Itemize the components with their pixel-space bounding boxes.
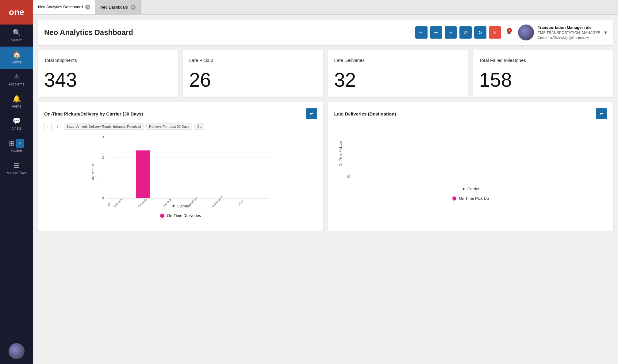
copy-button[interactable]: ⧉ — [459, 26, 472, 39]
chart-row: On-Time Pickup/Delivery by Carrier (30 D… — [38, 102, 613, 231]
page-title: Neo Analytics Dashboard — [44, 28, 133, 37]
chat-icon: 💬 — [13, 117, 21, 125]
kpi-card-late-deliveries: Late Deliveries 32 — [328, 50, 468, 97]
user-role: TMS.TRANSPORTATION_MANAGER — [538, 30, 601, 36]
retrieve-tag: Retrieve For: Last 30 Days — [146, 123, 192, 130]
chart-late-title: Late Deliveries (Destination) — [334, 111, 396, 116]
kpi-label-total-shipments: Total Shipments — [44, 58, 172, 63]
sidebar-label-home: Home — [12, 60, 21, 64]
tab-neo-dashboard[interactable]: Neo Dashboard ✕ — [95, 0, 141, 14]
chart-late-plot: ⚙ — [347, 123, 607, 184]
sidebar-item-menus[interactable]: ☰ Menus/Favs — [0, 157, 33, 180]
sidebar-item-switch[interactable]: ⊞ ⇄ Switch — [0, 135, 33, 157]
svg-text:RoadCarrierA: RoadCarrierA — [208, 195, 224, 207]
tab-bar: Neo Analytics Dashboard ✕ Neo Dashboard … — [33, 0, 618, 15]
chart-pickup-header: On-Time Pickup/Delivery by Carrier (30 D… — [44, 108, 317, 119]
search-icon: 🔍 — [13, 29, 21, 37]
tab-neo-analytics-close[interactable]: ✕ — [85, 5, 90, 9]
legend-dot-pickup — [452, 196, 456, 201]
svg-text:CarrierA: CarrierA — [113, 198, 123, 207]
bar-chart-area: 3 2 1 0 On-Time Del... ⚙ CarrierA — [44, 134, 317, 201]
chart-late-area: On Time Pick Up ⚙ — [334, 123, 607, 184]
sidebar-label-problems: Problems — [9, 82, 25, 86]
y-axis-label-late: On Time Pick Up — [339, 141, 342, 166]
main-content: Neo Analytics Dashboard ✕ Neo Dashboard … — [33, 0, 618, 364]
user-avatar[interactable] — [9, 343, 25, 359]
svg-text:⚙: ⚙ — [107, 202, 111, 207]
sidebar-item-search[interactable]: 🔍 Search — [0, 25, 33, 47]
kpi-value-failed-milestones: 158 — [479, 70, 607, 90]
legend-label-ontime: On-Time Deliveries — [167, 213, 201, 218]
edit-button[interactable]: ✏ — [415, 26, 428, 39]
svg-text:3: 3 — [102, 135, 104, 139]
user-section: Transportation Manager rule TMS.TRANSPOR… — [518, 25, 607, 40]
list-button[interactable]: ☰ — [430, 26, 442, 39]
dashboard-header: Neo Analytics Dashboard ✏ ☰ ＋ ⧉ ↻ ✕ ≡ ★ — [38, 20, 613, 45]
sidebar-avatar-section — [9, 343, 25, 359]
state-tag: State: Arrived, Delivery Ready, Intransi… — [64, 123, 144, 130]
chart-prev-btn[interactable]: ‹ — [44, 123, 52, 130]
app-logo: one — [0, 0, 33, 25]
chart-late-header: Late Deliveries (Destination) ⇌ — [334, 108, 607, 119]
refresh-button[interactable]: ↻ — [474, 26, 486, 39]
chart-late-footer: ▼ Carrier — [334, 187, 607, 191]
tab-neo-analytics-label: Neo Analytics Dashboard — [38, 5, 83, 9]
kpi-card-failed-milestones: Total Failed Milestones 158 — [473, 50, 613, 97]
kpi-value-late-deliveries: 32 — [334, 70, 462, 90]
kpi-value-total-shipments: 343 — [44, 70, 172, 90]
close-button[interactable]: ✕ — [489, 26, 501, 39]
tab-neo-analytics[interactable]: Neo Analytics Dashboard ✕ — [33, 0, 95, 14]
header-user-avatar — [518, 25, 534, 40]
tab-neo-dashboard-close[interactable]: ✕ — [131, 5, 136, 10]
sidebar-label-chats: Chats — [12, 126, 21, 131]
menu-icon: ☰ — [13, 162, 20, 170]
filter-icon-late: ▼ — [462, 187, 466, 191]
bar-chart-svg: 3 2 1 0 On-Time Del... ⚙ CarrierA — [44, 134, 317, 207]
state-label: State: — [67, 125, 75, 128]
sidebar-label-switch: Switch — [11, 149, 22, 153]
menu-button[interactable]: ≡ ★ — [507, 29, 511, 36]
user-name: Transportation Manager rule — [538, 25, 601, 30]
kpi-card-total-shipments: Total Shipments 343 — [38, 50, 178, 97]
user-info: Transportation Manager rule TMS.TRANSPOR… — [538, 25, 601, 40]
dashboard: Neo Analytics Dashboard ✏ ☰ ＋ ⧉ ↻ ✕ ≡ ★ — [33, 15, 618, 364]
chart-pickup-legend: On-Time Deliveries — [44, 213, 317, 218]
user-menu-chevron[interactable]: ▾ — [604, 29, 607, 36]
sidebar-item-home[interactable]: 🏠 Home — [0, 47, 33, 69]
sidebar-item-problems[interactable]: ⚠ Problems — [0, 69, 33, 91]
tab-neo-dashboard-label: Neo Dashboard — [100, 5, 128, 9]
chart-late-filter-btn[interactable]: ⇌ — [596, 108, 607, 119]
y-axis-container: On Time Pick Up — [334, 123, 347, 184]
kpi-label-late-deliveries: Late Deliveries — [334, 58, 462, 63]
chart-pickup-controls: ‹ › State: Arrived, Delivery Ready, Intr… — [44, 123, 317, 130]
switch-icon: ⇄ — [16, 139, 24, 148]
chart-gear-icon: ⚙ — [347, 173, 351, 179]
chart-pickup-delivery: On-Time Pickup/Delivery by Carrier (30 D… — [38, 102, 323, 231]
home-icon: 🏠 — [13, 51, 21, 59]
svg-text:On-Time Del...: On-Time Del... — [91, 160, 95, 181]
x-axis-label-late: Carrier — [467, 187, 480, 191]
chart-late-legend: On Time Pick Up — [334, 196, 607, 201]
svg-text:0: 0 — [102, 196, 104, 200]
svg-text:CarrierB: CarrierB — [137, 198, 148, 207]
legend-dot-ontime — [160, 214, 164, 218]
chart-late-deliveries: Late Deliveries (Destination) ⇌ On Time … — [328, 102, 613, 231]
retrieve-value: Last 30 Days — [170, 125, 189, 128]
svg-text:UPS: UPS — [237, 199, 244, 207]
add-button[interactable]: ＋ — [445, 26, 457, 39]
bell-icon: 🔔 — [13, 95, 21, 103]
kpi-label-failed-milestones: Total Failed Milestones — [479, 58, 607, 63]
notification-badge: ★ — [507, 28, 512, 33]
co-tag: Co — [194, 123, 204, 130]
state-value: Arrived, Delivery Ready, Intransit, Rece… — [76, 125, 141, 128]
sidebar-item-alerts[interactable]: 🔔 Alerts — [0, 91, 33, 113]
sidebar-label-search: Search — [11, 38, 22, 42]
legend-label-pickup: On Time Pick Up — [459, 196, 489, 201]
kpi-card-late-pickup: Late Pickup 26 — [183, 50, 323, 97]
chart-next-btn[interactable]: › — [54, 123, 61, 130]
chart-pickup-filter-btn[interactable]: ⇌ — [306, 108, 317, 119]
svg-text:CarrierF: CarrierF — [162, 198, 172, 207]
svg-text:PrivateFleet: PrivateFleet — [185, 196, 199, 207]
sidebar: one 🔍 Search 🏠 Home ⚠ Problems 🔔 Alerts … — [0, 0, 33, 364]
sidebar-item-chats[interactable]: 💬 Chats — [0, 113, 33, 135]
